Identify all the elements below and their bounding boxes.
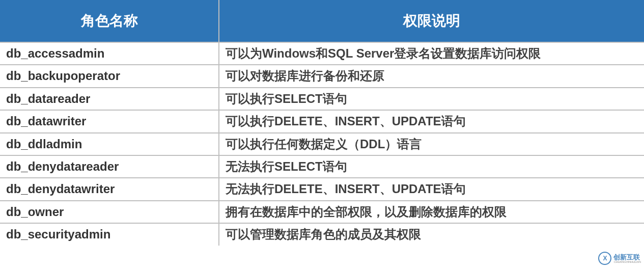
desc-cell: 可以执行SELECT语句: [219, 88, 644, 110]
role-cell: db_datawriter: [0, 110, 219, 132]
table-row: db_denydatawriter 无法执行DELETE、INSERT、UPDA…: [0, 178, 644, 200]
desc-cell: 可以执行任何数据定义（DDL）语言: [219, 133, 644, 155]
role-cell: db_securityadmin: [0, 223, 219, 245]
watermark-logo-icon: X: [598, 252, 611, 265]
desc-cell: 无法执行DELETE、INSERT、UPDATE语句: [219, 178, 644, 200]
table-row: db_datawriter 可以执行DELETE、INSERT、UPDATE语句: [0, 110, 644, 132]
table-row: db_backupoperator 可以对数据库进行备份和还原: [0, 65, 644, 87]
role-cell: db_ddladmin: [0, 133, 219, 155]
table-row: db_securityadmin 可以管理数据库角色的成员及其权限: [0, 223, 644, 245]
watermark-name: 创新互联: [613, 254, 641, 260]
desc-cell: 可以管理数据库角色的成员及其权限: [219, 223, 644, 245]
role-cell: db_datareader: [0, 88, 219, 110]
role-cell: db_denydatawriter: [0, 178, 219, 200]
role-cell: db_denydatareader: [0, 155, 219, 178]
header-role-name: 角色名称: [0, 0, 219, 42]
table-row: db_datareader 可以执行SELECT语句: [0, 88, 644, 110]
header-permission-desc: 权限说明: [219, 0, 644, 42]
desc-cell: 拥有在数据库中的全部权限，以及删除数据库的权限: [219, 201, 644, 223]
desc-cell: 可以对数据库进行备份和还原: [219, 65, 644, 87]
roles-table: 角色名称 权限说明 db_accessadmin 可以为Windows和SQL …: [0, 0, 644, 246]
watermark-sub: CHUANGXINHULIAN: [613, 260, 641, 263]
role-cell: db_backupoperator: [0, 65, 219, 87]
table-row: db_ddladmin 可以执行任何数据定义（DDL）语言: [0, 133, 644, 155]
role-cell: db_accessadmin: [0, 42, 219, 65]
desc-cell: 可以为Windows和SQL Server登录名设置数据库访问权限: [219, 42, 644, 65]
desc-cell: 可以执行DELETE、INSERT、UPDATE语句: [219, 110, 644, 132]
desc-cell: 无法执行SELECT语句: [219, 155, 644, 178]
watermark: X 创新互联 CHUANGXINHULIAN: [598, 252, 641, 265]
table-row: db_accessadmin 可以为Windows和SQL Server登录名设…: [0, 42, 644, 65]
table-row: db_owner 拥有在数据库中的全部权限，以及删除数据库的权限: [0, 201, 644, 223]
table-row: db_denydatareader 无法执行SELECT语句: [0, 155, 644, 178]
role-cell: db_owner: [0, 201, 219, 223]
